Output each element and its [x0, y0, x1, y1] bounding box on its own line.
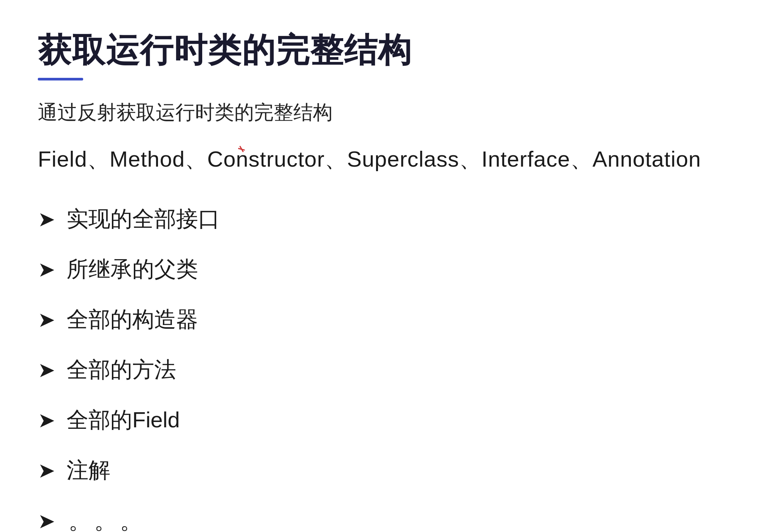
- title-section: 获取运行时类的完整结构 通过反射获取运行时类的完整结构 Field、Method…: [38, 30, 721, 174]
- keywords-line: Field、Method、Constructor、Superclass、Inte…: [38, 145, 721, 174]
- arrow-icon-dots: ➤: [38, 509, 55, 532]
- arrow-icon-6: ➤: [38, 458, 55, 483]
- list-item-text-5: 全部的Field: [67, 405, 180, 435]
- list-item: ➤ 全部的构造器: [38, 305, 721, 334]
- arrow-icon-3: ➤: [38, 308, 55, 332]
- dots-item: ➤ 。。。: [38, 506, 721, 532]
- list-item: ➤ 所继承的父类: [38, 255, 721, 284]
- list-item: ➤ 全部的Field: [38, 405, 721, 435]
- arrow-icon-4: ➤: [38, 358, 55, 382]
- arrow-icon-5: ➤: [38, 408, 55, 432]
- list-item: ➤ 全部的方法: [38, 355, 721, 385]
- slide-container: 获取运行时类的完整结构 通过反射获取运行时类的完整结构 Field、Method…: [0, 0, 759, 532]
- subtitle: 通过反射获取运行时类的完整结构: [38, 99, 721, 126]
- dots-text: 。。。: [68, 506, 146, 532]
- list-section: ➤ 实现的全部接口 ➤ 所继承的父类 ➤ 全部的构造器 ➤ 全部的方法 ➤ 全部…: [38, 204, 721, 532]
- list-item-text-6: 注解: [67, 456, 110, 485]
- list-item: ➤ 实现的全部接口: [38, 204, 721, 234]
- list-item-text-3: 全部的构造器: [67, 305, 198, 334]
- list-item-text-1: 实现的全部接口: [67, 204, 220, 234]
- list-item-text-4: 全部的方法: [67, 355, 176, 385]
- arrow-icon-2: ➤: [38, 257, 55, 281]
- main-title: 获取运行时类的完整结构: [38, 30, 721, 70]
- list-item-text-2: 所继承的父类: [67, 255, 198, 284]
- title-underline: [38, 78, 83, 80]
- list-item: ➤ 注解: [38, 456, 721, 485]
- arrow-icon-1: ➤: [38, 207, 55, 231]
